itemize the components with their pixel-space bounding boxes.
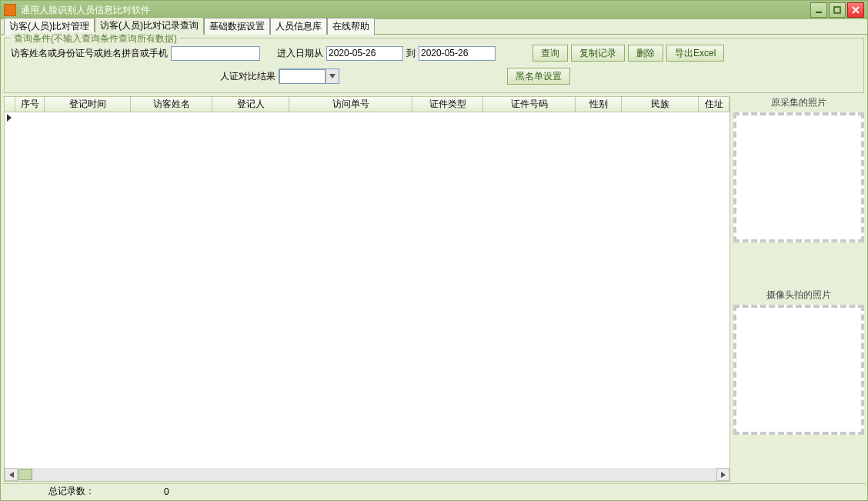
maximize-button[interactable]	[829, 2, 846, 18]
col-gender[interactable]: 性别	[576, 97, 622, 112]
camera-photo-box: 摄像头拍的照片	[733, 289, 864, 435]
row-pointer-icon	[5, 112, 13, 123]
copy-button[interactable]: 复制记录	[571, 45, 625, 62]
maximize-icon	[833, 6, 841, 14]
col-visitor-name[interactable]: 访客姓名	[131, 97, 212, 112]
close-icon	[852, 6, 860, 14]
search-fieldset: 查询条件(不输入查询条件查询所有数据) 访客姓名或身份证号或姓名拼音或手机 进入…	[4, 38, 864, 93]
col-indicator[interactable]	[5, 97, 15, 112]
photo-sidebar: 原采集的照片 摄像头拍的照片	[733, 96, 864, 482]
total-label: 总记录数：	[48, 485, 95, 498]
blacklist-button[interactable]: 黑名单设置	[507, 68, 570, 85]
date-to-label: 到	[406, 47, 416, 60]
close-button[interactable]	[847, 2, 864, 18]
grid-body[interactable]	[5, 112, 729, 468]
tab-person-db[interactable]: 人员信息库	[270, 18, 327, 35]
col-visit-no[interactable]: 访问单号	[289, 97, 412, 112]
window-title: 通用人脸识别人员信息比对软件	[21, 4, 150, 17]
query-button[interactable]: 查询	[532, 45, 568, 62]
col-seq[interactable]: 序号	[15, 97, 45, 112]
chevron-right-icon	[721, 472, 726, 478]
delete-button[interactable]: 删除	[628, 45, 663, 62]
col-ethnic[interactable]: 民族	[622, 97, 699, 112]
date-from-label: 进入日期从	[277, 47, 323, 60]
result-label: 人证对比结果	[220, 70, 275, 83]
data-grid: 序号 登记时间 访客姓名 登记人 访问单号 证件类型 证件号码 性别 民族 住址	[4, 96, 730, 482]
svg-marker-4	[329, 74, 336, 78]
original-photo-title: 原采集的照片	[733, 96, 864, 109]
col-address[interactable]: 住址	[699, 97, 729, 112]
date-from-input[interactable]	[326, 46, 403, 61]
search-legend: 查询条件(不输入查询条件查询所有数据)	[11, 32, 180, 45]
date-to-input[interactable]	[419, 46, 496, 61]
minimize-icon	[815, 6, 823, 14]
app-window: 通用人脸识别人员信息比对软件 访客(人员)比对管理 访客(人员)比对记录查询 基…	[0, 0, 868, 501]
scroll-left-button[interactable]	[5, 468, 18, 481]
camera-photo-title: 摄像头拍的照片	[733, 289, 864, 302]
minimize-button[interactable]	[810, 2, 827, 18]
horizontal-scrollbar[interactable]	[5, 468, 729, 481]
original-photo-box: 原采集的照片	[733, 96, 864, 242]
svg-marker-6	[9, 472, 14, 478]
svg-rect-1	[834, 7, 840, 13]
col-id-no[interactable]: 证件号码	[483, 97, 576, 112]
statusbar: 总记录数： 0	[2, 483, 866, 499]
scroll-thumb[interactable]	[18, 469, 32, 480]
total-value: 0	[164, 486, 169, 497]
app-icon	[4, 4, 16, 16]
grid-header: 序号 登记时间 访客姓名 登记人 访问单号 证件类型 证件号码 性别 民族 住址	[5, 97, 729, 112]
col-id-type[interactable]: 证件类型	[412, 97, 483, 112]
original-photo-frame	[733, 112, 864, 242]
export-button[interactable]: 导出Excel	[666, 45, 724, 62]
name-label: 访客姓名或身份证号或姓名拼音或手机	[11, 47, 168, 60]
col-registrar[interactable]: 登记人	[212, 97, 289, 112]
name-input[interactable]	[171, 46, 260, 61]
tab-help[interactable]: 在线帮助	[327, 18, 375, 35]
tab-basic-data[interactable]: 基础数据设置	[204, 18, 270, 35]
chevron-down-icon[interactable]	[326, 69, 339, 83]
camera-photo-frame	[733, 305, 864, 435]
result-combo-input[interactable]	[279, 69, 326, 84]
scroll-right-button[interactable]	[716, 468, 729, 481]
svg-marker-7	[721, 472, 726, 478]
result-combo[interactable]	[279, 68, 339, 84]
scroll-track[interactable]	[18, 468, 716, 481]
svg-marker-5	[7, 114, 12, 122]
col-reg-time[interactable]: 登记时间	[45, 97, 131, 112]
chevron-left-icon	[9, 472, 14, 478]
